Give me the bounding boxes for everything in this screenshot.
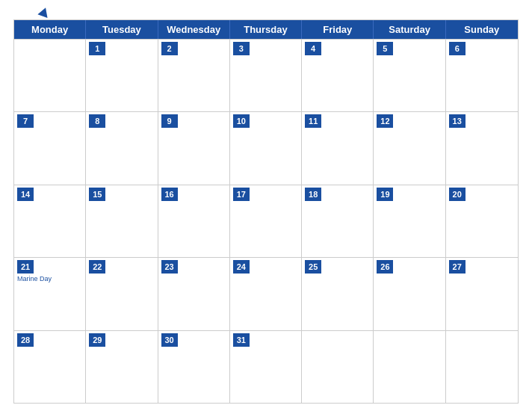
calendar-grid: MondayTuesdayWednesdayThursdayFridaySatu… [13,19,519,404]
day-number: 7 [17,114,34,128]
day-cell [302,331,374,403]
day-number: 26 [377,260,393,274]
day-cell [446,331,518,403]
day-cell: 24 [230,258,302,330]
week-row-2: 78910111213 [14,111,518,184]
day-number: 29 [89,333,105,347]
day-number: 30 [161,333,178,347]
day-number: 18 [305,188,321,201]
day-cell: 6 [446,40,518,111]
week-row-5: 28293031 [14,330,518,403]
day-cell: 23 [158,258,230,330]
day-headers-row: MondayTuesdayWednesdayThursdayFridaySatu… [14,20,518,39]
day-cell: 4 [302,40,374,111]
day-number: 11 [305,114,321,128]
day-cell: 15 [86,185,158,257]
day-number: 15 [89,188,105,201]
day-cell: 3 [230,40,302,111]
day-number: 25 [305,260,321,274]
week-row-4: 21Marine Day222324252627 [14,257,518,330]
day-header-thursday: Thursday [230,20,302,39]
day-cell: 2 [158,40,230,111]
logo-blue-row [37,7,49,16]
day-header-wednesday: Wednesday [158,20,230,39]
day-number: 31 [233,333,250,347]
day-header-friday: Friday [302,20,374,39]
day-number: 10 [233,114,250,128]
day-cell: 31 [230,331,302,403]
day-cell: 17 [230,185,302,257]
day-number: 20 [449,188,466,201]
holiday-label: Marine Day [17,275,82,283]
day-cell: 26 [374,258,445,330]
day-header-tuesday: Tuesday [86,20,158,39]
weeks-container: 123456789101112131415161718192021Marine … [14,39,518,403]
day-number: 27 [449,260,466,274]
day-number: 23 [161,260,178,274]
day-number: 17 [233,188,250,201]
day-cell: 16 [158,185,230,257]
calendar-page: MondayTuesdayWednesdayThursdayFridaySatu… [0,0,532,411]
day-number: 1 [89,42,105,55]
day-number: 19 [377,188,393,201]
day-number: 24 [233,260,250,274]
day-number: 21 [17,260,34,274]
day-number: 22 [89,260,105,274]
day-number: 6 [449,42,466,55]
day-cell: 12 [374,112,445,184]
day-number: 5 [377,42,393,55]
day-cell: 22 [86,258,158,330]
day-cell [14,40,86,111]
day-header-saturday: Saturday [374,20,445,39]
day-cell: 19 [374,185,445,257]
day-number: 14 [17,188,34,201]
day-cell: 29 [86,331,158,403]
day-cell [374,331,445,403]
header [13,7,519,16]
day-number: 28 [17,333,34,347]
day-cell: 14 [14,185,86,257]
day-cell: 10 [230,112,302,184]
day-cell: 7 [14,112,86,184]
day-cell: 25 [302,258,374,330]
day-number: 12 [377,114,393,128]
day-cell: 20 [446,185,518,257]
logo-triangle-icon [37,6,50,18]
day-number: 2 [161,42,178,55]
day-cell: 30 [158,331,230,403]
day-cell: 8 [86,112,158,184]
logo [13,7,73,16]
day-cell: 28 [14,331,86,403]
week-row-1: 123456 [14,39,518,111]
day-number: 13 [449,114,466,128]
day-cell: 21Marine Day [14,258,86,330]
day-number: 8 [89,114,105,128]
day-cell: 5 [374,40,445,111]
day-number: 9 [161,114,178,128]
day-number: 3 [233,42,250,55]
day-cell: 18 [302,185,374,257]
week-row-3: 14151617181920 [14,185,518,257]
day-number: 16 [161,188,178,201]
day-cell: 9 [158,112,230,184]
day-cell: 1 [86,40,158,111]
day-cell: 27 [446,258,518,330]
day-cell: 11 [302,112,374,184]
day-number: 4 [305,42,321,55]
day-header-monday: Monday [14,20,86,39]
day-cell: 13 [446,112,518,184]
day-header-sunday: Sunday [446,20,518,39]
